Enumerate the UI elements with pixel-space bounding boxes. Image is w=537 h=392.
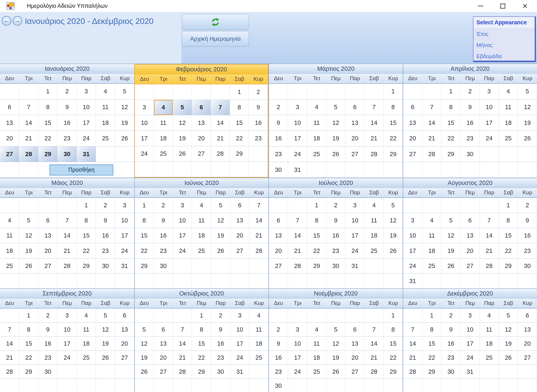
day-cell[interactable]: 15 bbox=[499, 228, 518, 243]
day-cell[interactable]: 9 bbox=[326, 213, 345, 228]
day-cell[interactable]: 22 bbox=[499, 243, 518, 258]
day-cell[interactable]: 21 bbox=[57, 243, 77, 258]
day-cell[interactable]: 10 bbox=[135, 115, 154, 131]
day-cell[interactable]: 9 bbox=[38, 322, 57, 337]
day-cell[interactable]: 12 bbox=[19, 228, 38, 243]
day-cell[interactable]: 6 bbox=[38, 213, 57, 228]
day-cell[interactable]: 6 bbox=[346, 322, 365, 337]
day-cell[interactable]: 14 bbox=[365, 337, 384, 351]
day-cell[interactable]: 20 bbox=[269, 243, 288, 258]
day-cell[interactable]: 3 bbox=[115, 198, 134, 213]
day-cell[interactable]: 2 bbox=[460, 84, 480, 99]
day-cell[interactable]: 21 bbox=[288, 243, 307, 258]
day-cell[interactable]: 12 bbox=[518, 99, 537, 115]
day-cell[interactable]: 28 bbox=[250, 243, 268, 258]
day-cell[interactable]: 4 bbox=[77, 308, 96, 322]
day-cell[interactable]: 2 bbox=[57, 84, 77, 99]
day-cell[interactable]: 2 bbox=[269, 322, 288, 337]
day-cell[interactable]: 10 bbox=[460, 322, 480, 337]
day-cell[interactable]: 15 bbox=[307, 228, 326, 243]
day-cell[interactable]: 9 bbox=[154, 213, 173, 228]
day-cell[interactable]: 16 bbox=[518, 228, 537, 243]
day-cell[interactable]: 12 bbox=[441, 228, 460, 243]
day-cell[interactable]: 5 bbox=[518, 84, 537, 99]
day-cell-highlighted[interactable]: 6 bbox=[192, 100, 211, 115]
day-cell[interactable]: 19 bbox=[115, 115, 134, 131]
day-cell[interactable]: 16 bbox=[441, 337, 460, 351]
day-cell[interactable]: 5 bbox=[326, 99, 345, 115]
day-cell[interactable]: 29 bbox=[192, 365, 211, 379]
day-cell[interactable]: 17 bbox=[230, 337, 250, 351]
day-cell[interactable]: 10 bbox=[230, 322, 250, 337]
day-cell[interactable]: 14 bbox=[19, 115, 38, 131]
day-cell[interactable]: 6 bbox=[115, 308, 134, 322]
day-cell[interactable]: 30 bbox=[38, 365, 57, 379]
day-cell[interactable]: 10 bbox=[480, 99, 499, 115]
day-cell[interactable]: 25 bbox=[154, 146, 173, 162]
day-cell[interactable]: 15 bbox=[38, 115, 57, 131]
day-cell[interactable]: 23 bbox=[96, 243, 115, 258]
day-cell[interactable]: 9 bbox=[57, 99, 77, 115]
next-period-button[interactable]: → bbox=[13, 16, 22, 26]
day-cell[interactable]: 29 bbox=[422, 365, 441, 379]
day-cell[interactable]: 4 bbox=[499, 84, 518, 99]
day-cell[interactable]: 1 bbox=[441, 84, 460, 99]
day-cell[interactable]: 22 bbox=[77, 243, 96, 258]
day-cell[interactable]: 14 bbox=[365, 115, 384, 131]
day-cell[interactable]: 4 bbox=[192, 198, 211, 213]
day-cell[interactable]: 16 bbox=[460, 115, 480, 131]
day-cell[interactable]: 16 bbox=[269, 351, 288, 365]
day-cell[interactable]: 29 bbox=[384, 365, 403, 379]
day-cell[interactable]: 16 bbox=[38, 337, 57, 351]
day-cell[interactable]: 1 bbox=[384, 84, 403, 99]
day-cell[interactable]: 25 bbox=[365, 243, 384, 258]
day-cell[interactable]: 12 bbox=[499, 322, 518, 337]
day-cell[interactable]: 7 bbox=[173, 322, 192, 337]
day-cell[interactable]: 28 bbox=[365, 146, 384, 162]
add-leave-button[interactable]: Προσθήκη bbox=[50, 164, 113, 175]
day-cell[interactable]: 7 bbox=[288, 213, 307, 228]
day-cell[interactable]: 29 bbox=[441, 146, 460, 162]
day-cell[interactable]: 27 bbox=[154, 365, 173, 379]
day-cell[interactable]: 27 bbox=[269, 259, 288, 274]
day-cell[interactable]: 26 bbox=[96, 351, 115, 365]
day-cell[interactable]: 20 bbox=[0, 131, 19, 146]
day-cell[interactable]: 27 bbox=[460, 259, 480, 274]
day-cell[interactable]: 7 bbox=[365, 99, 384, 115]
day-cell[interactable]: 12 bbox=[384, 213, 403, 228]
day-cell[interactable]: 19 bbox=[19, 243, 38, 258]
day-cell[interactable]: 19 bbox=[135, 351, 154, 365]
day-cell[interactable]: 22 bbox=[441, 131, 460, 146]
day-cell[interactable]: 30 bbox=[518, 259, 537, 274]
day-cell[interactable]: 28 bbox=[288, 259, 307, 274]
day-cell[interactable]: 23 bbox=[211, 351, 230, 365]
day-cell[interactable]: 7 bbox=[422, 99, 441, 115]
day-cell[interactable]: 13 bbox=[154, 337, 173, 351]
day-cell[interactable]: 29 bbox=[19, 365, 38, 379]
day-cell[interactable]: 12 bbox=[135, 337, 154, 351]
day-cell[interactable]: 16 bbox=[249, 115, 268, 131]
day-cell[interactable]: 11 bbox=[499, 99, 518, 115]
day-cell[interactable]: 5 bbox=[135, 322, 154, 337]
day-cell[interactable]: 26 bbox=[326, 146, 345, 162]
day-cell[interactable]: 12 bbox=[115, 99, 134, 115]
day-cell[interactable]: 10 bbox=[77, 99, 96, 115]
day-cell[interactable]: 12 bbox=[326, 337, 345, 351]
day-cell[interactable]: 31 bbox=[115, 259, 134, 274]
day-cell[interactable]: 3 bbox=[230, 308, 250, 322]
day-cell[interactable]: 2 bbox=[96, 198, 115, 213]
day-cell[interactable]: 3 bbox=[173, 198, 192, 213]
day-cell[interactable]: 2 bbox=[326, 198, 345, 213]
day-cell[interactable]: 8 bbox=[422, 322, 441, 337]
day-cell[interactable]: 15 bbox=[77, 228, 96, 243]
day-cell[interactable]: 30 bbox=[269, 379, 288, 392]
day-cell[interactable]: 14 bbox=[57, 228, 77, 243]
day-cell-highlighted[interactable]: 31 bbox=[77, 146, 96, 162]
day-cell[interactable]: 23 bbox=[57, 131, 77, 146]
day-cell[interactable]: 12 bbox=[173, 115, 192, 131]
day-cell[interactable]: 27 bbox=[115, 351, 134, 365]
day-cell[interactable]: 27 bbox=[346, 365, 365, 379]
day-cell[interactable]: 19 bbox=[173, 131, 192, 146]
day-cell[interactable]: 19 bbox=[518, 115, 537, 131]
day-cell[interactable]: 20 bbox=[460, 243, 480, 258]
